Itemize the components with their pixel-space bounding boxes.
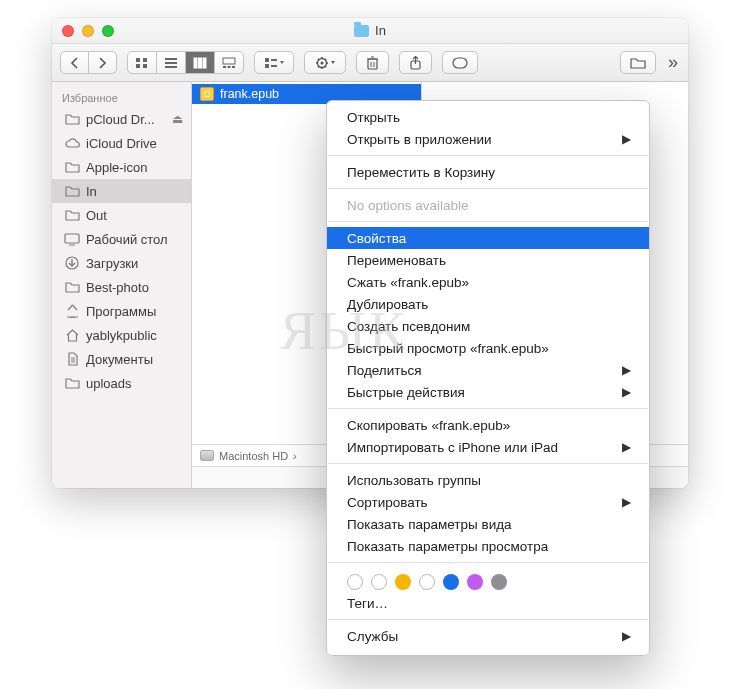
trash-button[interactable] bbox=[356, 51, 389, 74]
sidebar-item-label: uploads bbox=[86, 376, 183, 391]
svg-rect-8 bbox=[199, 58, 202, 68]
view-icons-button[interactable] bbox=[128, 52, 157, 73]
svg-rect-35 bbox=[453, 58, 467, 68]
sidebar-item[interactable]: Документы bbox=[52, 347, 191, 371]
toolbar: » bbox=[52, 44, 688, 82]
tag-color-dot[interactable] bbox=[491, 574, 507, 590]
sidebar-item[interactable]: Программы bbox=[52, 299, 191, 323]
svg-point-19 bbox=[321, 61, 324, 64]
svg-rect-11 bbox=[223, 66, 226, 68]
folder-icon bbox=[64, 376, 80, 390]
forward-button[interactable] bbox=[89, 52, 116, 73]
menu-item-label: Сжать «frank.epub» bbox=[347, 275, 631, 290]
menu-item-tags[interactable]: Теги… bbox=[327, 592, 649, 614]
svg-rect-7 bbox=[194, 58, 197, 68]
menu-item[interactable]: Показать параметры просмотра bbox=[327, 535, 649, 557]
sidebar-item-label: iCloud Drive bbox=[86, 136, 183, 151]
submenu-arrow-icon: ▶ bbox=[622, 629, 631, 643]
folder-icon bbox=[64, 208, 80, 222]
file-name: frank.epub bbox=[220, 87, 279, 101]
sidebar-item[interactable]: iCloud Drive bbox=[52, 131, 191, 155]
menu-item[interactable]: Сжать «frank.epub» bbox=[327, 271, 649, 293]
sidebar-item[interactable]: In bbox=[52, 179, 191, 203]
sidebar-item[interactable]: pCloud Dr...⏏ bbox=[52, 107, 191, 131]
svg-rect-2 bbox=[136, 64, 140, 68]
svg-rect-0 bbox=[136, 58, 140, 62]
sidebar-item-label: yablykpublic bbox=[86, 328, 183, 343]
view-columns-button[interactable] bbox=[186, 52, 215, 73]
tag-color-dot[interactable] bbox=[467, 574, 483, 590]
view-switcher bbox=[127, 51, 244, 74]
menu-item[interactable]: Открыть bbox=[327, 106, 649, 128]
menu-item[interactable]: Открыть в приложении▶ bbox=[327, 128, 649, 150]
tag-color-dot[interactable] bbox=[371, 574, 387, 590]
share-button[interactable] bbox=[399, 51, 432, 74]
tag-color-dot[interactable] bbox=[419, 574, 435, 590]
menu-item[interactable]: Создать псевдоним bbox=[327, 315, 649, 337]
sidebar-item[interactable]: Apple-icon bbox=[52, 155, 191, 179]
menu-item[interactable]: Переместить в Корзину bbox=[327, 161, 649, 183]
tag-color-dot[interactable] bbox=[395, 574, 411, 590]
close-button[interactable] bbox=[62, 25, 74, 37]
menu-item-label: Открыть bbox=[347, 110, 631, 125]
new-folder-button[interactable] bbox=[620, 51, 656, 74]
sidebar-heading: Избранное bbox=[52, 88, 191, 107]
menu-item-label: Свойства bbox=[347, 231, 631, 246]
svg-rect-12 bbox=[228, 66, 231, 68]
sidebar-item[interactable]: Загрузки bbox=[52, 251, 191, 275]
sidebar-item[interactable]: yablykpublic bbox=[52, 323, 191, 347]
svg-line-26 bbox=[318, 65, 319, 66]
svg-rect-10 bbox=[223, 58, 235, 64]
menu-item-label: Импортировать с iPhone или iPad bbox=[347, 440, 622, 455]
menu-item[interactable]: Импортировать с iPhone или iPad▶ bbox=[327, 436, 649, 458]
action-button[interactable] bbox=[304, 51, 346, 74]
menu-item-label: Быстрые действия bbox=[347, 385, 622, 400]
sidebar-item[interactable]: Рабочий стол bbox=[52, 227, 191, 251]
back-button[interactable] bbox=[61, 52, 89, 73]
menu-item[interactable]: Быстрый просмотр «frank.epub» bbox=[327, 337, 649, 359]
apps-icon bbox=[64, 304, 80, 318]
submenu-arrow-icon: ▶ bbox=[622, 363, 631, 377]
minimize-button[interactable] bbox=[82, 25, 94, 37]
menu-separator bbox=[328, 619, 648, 620]
menu-item[interactable]: Дублировать bbox=[327, 293, 649, 315]
desktop-icon bbox=[64, 232, 80, 246]
view-list-button[interactable] bbox=[157, 52, 186, 73]
svg-rect-17 bbox=[271, 65, 277, 67]
zoom-button[interactable] bbox=[102, 25, 114, 37]
menu-item[interactable]: Быстрые действия▶ bbox=[327, 381, 649, 403]
svg-rect-5 bbox=[165, 62, 177, 64]
menu-item[interactable]: Поделиться▶ bbox=[327, 359, 649, 381]
group-button[interactable] bbox=[254, 51, 294, 74]
svg-rect-9 bbox=[203, 58, 206, 68]
eject-icon[interactable]: ⏏ bbox=[172, 112, 183, 126]
menu-item[interactable]: Использовать группы bbox=[327, 469, 649, 491]
nav-back-forward bbox=[60, 51, 117, 74]
svg-rect-36 bbox=[65, 234, 79, 243]
menu-item-label: Открыть в приложении bbox=[347, 132, 622, 147]
menu-item[interactable]: Показать параметры вида bbox=[327, 513, 649, 535]
view-gallery-button[interactable] bbox=[215, 52, 243, 73]
tag-color-dot[interactable] bbox=[347, 574, 363, 590]
context-menu: ОткрытьОткрыть в приложении▶Переместить … bbox=[326, 100, 650, 656]
sidebar-item-label: In bbox=[86, 184, 183, 199]
menu-item[interactable]: Переименовать bbox=[327, 249, 649, 271]
tag-color-dot[interactable] bbox=[443, 574, 459, 590]
svg-rect-16 bbox=[271, 59, 277, 61]
sidebar-item[interactable]: uploads bbox=[52, 371, 191, 395]
svg-rect-13 bbox=[232, 66, 235, 68]
submenu-arrow-icon: ▶ bbox=[622, 495, 631, 509]
tags-button[interactable] bbox=[442, 51, 478, 74]
folder-icon bbox=[64, 184, 80, 198]
sidebar-item-label: Документы bbox=[86, 352, 183, 367]
titlebar: In bbox=[52, 18, 688, 44]
menu-item[interactable]: Скопировать «frank.epub» bbox=[327, 414, 649, 436]
more-button[interactable]: » bbox=[666, 52, 680, 73]
menu-item[interactable]: Свойства bbox=[327, 227, 649, 249]
menu-item-label: Теги… bbox=[347, 596, 631, 611]
menu-item[interactable]: Сортировать▶ bbox=[327, 491, 649, 513]
sidebar-item[interactable]: Out bbox=[52, 203, 191, 227]
sidebar-item[interactable]: Best-photo bbox=[52, 275, 191, 299]
cloud-icon bbox=[64, 136, 80, 150]
menu-item-services[interactable]: Службы▶ bbox=[327, 625, 649, 647]
